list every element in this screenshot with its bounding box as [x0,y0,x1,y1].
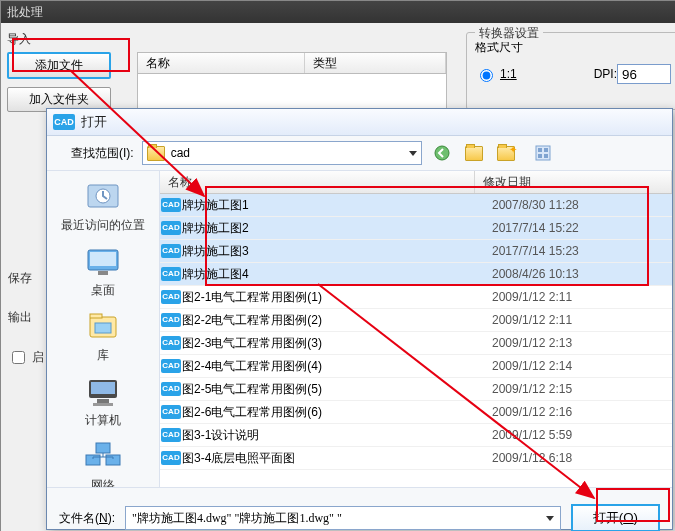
cad-file-icon: CAD [160,336,182,350]
file-name: 图2-2电气工程常用图例(2) [182,312,492,329]
cad-file-icon: CAD [160,428,182,442]
place-desktop[interactable]: 桌面 [47,242,159,305]
col-type: 类型 [305,53,446,73]
dpi-label: DPI: [594,67,617,81]
file-date: 2009/1/12 5:59 [492,428,672,442]
filename-label: 文件名(N): [59,510,115,527]
cad-file-icon: CAD [160,382,182,396]
file-row[interactable]: CAD牌坊施工图32017/7/14 15:23 [160,240,672,263]
place-label: 计算机 [47,412,159,429]
svg-rect-17 [93,403,113,406]
converter-legend: 转换器设置 [475,25,543,42]
cad-file-icon: CAD [160,359,182,373]
cad-file-icon: CAD [160,244,182,258]
file-name: 图3-4底层电照平面图 [182,450,492,467]
open-button[interactable]: 打开(O) [571,504,660,531]
file-row[interactable]: CAD牌坊施工图22017/7/14 15:22 [160,217,672,240]
folder-icon [147,146,165,161]
place-label: 网络 [47,477,159,487]
file-name: 图2-5电气工程常用图例(5) [182,381,492,398]
file-date: 2009/1/12 2:16 [492,405,672,419]
col-name: 名称 [138,53,305,73]
col-header-name[interactable]: 名称 [160,171,475,193]
ratio-1-1-radio[interactable]: 1:1 [475,66,517,82]
file-date: 2017/7/14 15:22 [492,221,672,235]
dialog-title-text: 打开 [81,113,107,131]
recent-icon [82,179,124,215]
file-row[interactable]: CAD图2-3电气工程常用图例(3)2009/1/12 2:13 [160,332,672,355]
cad-file-icon: CAD [160,451,182,465]
lookin-combo[interactable]: cad [142,141,422,165]
file-row[interactable]: CAD图3-4底层电照平面图2009/1/12 6:18 [160,447,672,470]
open-dialog: CAD 打开 查找范围(I): cad ✦ [46,108,673,530]
cad-file-icon: CAD [160,405,182,419]
svg-rect-10 [98,271,108,275]
save-label: 保存 [8,270,44,287]
cad-file-icon: CAD [160,313,182,327]
view-menu-button[interactable] [526,141,562,165]
file-date: 2008/4/26 10:13 [492,267,672,281]
run-checkbox-row[interactable]: 启 [8,348,44,367]
file-name: 图2-1电气工程常用图例(1) [182,289,492,306]
chevron-down-icon [546,516,554,521]
svg-rect-15 [91,382,115,394]
place-recent[interactable]: 最近访问的位置 [47,177,159,240]
file-list-header: 名称 类型 [137,52,447,74]
file-name: 牌坊施工图4 [182,266,492,283]
up-one-level-button[interactable] [462,141,486,165]
place-libraries[interactable]: 库 [47,307,159,370]
file-row[interactable]: CAD图2-5电气工程常用图例(5)2009/1/12 2:15 [160,378,672,401]
file-date: 2009/1/12 2:14 [492,359,672,373]
file-name: 牌坊施工图1 [182,197,492,214]
file-row[interactable]: CAD图2-4电气工程常用图例(4)2009/1/12 2:14 [160,355,672,378]
window-title: 批处理 [1,1,675,23]
filename-combo[interactable]: "牌坊施工图4.dwg" "牌坊施工图1.dwg" " [125,506,561,530]
file-date: 2017/7/14 15:23 [492,244,672,258]
svg-rect-4 [538,154,542,158]
new-folder-button[interactable]: ✦ [494,141,518,165]
file-date: 2009/1/12 2:13 [492,336,672,350]
file-row[interactable]: CAD牌坊施工图42008/4/26 10:13 [160,263,672,286]
place-computer[interactable]: 计算机 [47,372,159,435]
file-row[interactable]: CAD牌坊施工图12007/8/30 11:28 [160,194,672,217]
lookin-value: cad [171,146,190,160]
filename-value: "牌坊施工图4.dwg" "牌坊施工图1.dwg" " [132,510,342,527]
cad-file-icon: CAD [160,290,182,304]
lookin-label: 查找范围(I): [71,145,134,162]
desktop-icon [82,244,124,280]
svg-rect-3 [544,148,548,152]
file-row[interactable]: CAD图3-1设计说明2009/1/12 5:59 [160,424,672,447]
file-date: 2009/1/12 2:15 [492,382,672,396]
svg-rect-16 [97,399,109,403]
left-labels: 保存 输出 启 [8,270,44,389]
cad-file-icon: CAD [160,267,182,281]
file-name: 图2-6电气工程常用图例(6) [182,404,492,421]
cad-file-icon: CAD [160,221,182,235]
file-row[interactable]: CAD图2-6电气工程常用图例(6)2009/1/12 2:16 [160,401,672,424]
place-label: 库 [47,347,159,364]
file-date: 2009/1/12 6:18 [492,451,672,465]
cad-file-icon: CAD [160,198,182,212]
place-label: 最近访问的位置 [47,217,159,234]
computer-icon [82,374,124,410]
file-name: 图3-1设计说明 [182,427,492,444]
svg-rect-12 [90,314,102,318]
file-rows[interactable]: CAD牌坊施工图12007/8/30 11:28CAD牌坊施工图22017/7/… [160,194,672,487]
file-row[interactable]: CAD图2-2电气工程常用图例(2)2009/1/12 2:11 [160,309,672,332]
file-date: 2009/1/12 2:11 [492,313,672,327]
file-name: 图2-3电气工程常用图例(3) [182,335,492,352]
network-icon [82,439,124,475]
add-file-button[interactable]: 添加文件 [7,52,111,79]
svg-rect-5 [544,154,548,158]
run-checkbox[interactable] [12,351,25,364]
go-back-button[interactable] [430,141,454,165]
place-network[interactable]: 网络 [47,437,159,487]
file-name: 牌坊施工图2 [182,220,492,237]
converter-settings-group: 转换器设置 格式尺寸 1:1 DPI: [466,32,675,110]
file-columns-header[interactable]: 名称 修改日期 [160,171,672,194]
svg-point-0 [435,146,449,160]
dpi-input[interactable] [617,64,671,84]
col-header-date[interactable]: 修改日期 [475,171,672,193]
ratio-1-1-input[interactable] [480,69,493,82]
file-row[interactable]: CAD图2-1电气工程常用图例(1)2009/1/12 2:11 [160,286,672,309]
